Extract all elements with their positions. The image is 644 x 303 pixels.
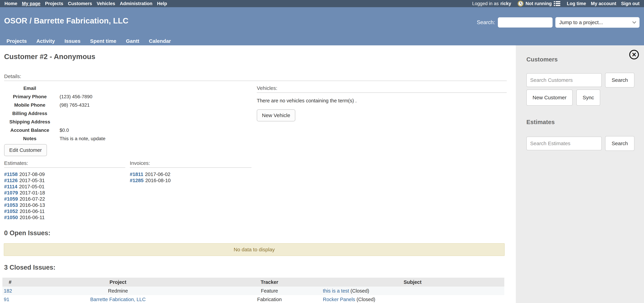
tab-activity[interactable]: Activity [36,38,55,44]
column-header-tracker: Tracker [218,278,321,286]
tab-spent-time[interactable]: Spent time [90,38,116,44]
my-account-link[interactable]: My account [591,1,616,6]
header-band: OSOR / Barrette Fabrication, LLC Search:… [0,7,644,45]
list-item: #10532016-06-13 [4,202,130,208]
chevron-down-icon [632,20,636,24]
sidebar: × Customers Search New Customer Sync Est… [516,45,644,303]
menu-home[interactable]: Home [4,1,17,6]
project-jump-select[interactable]: Jump to a project... [555,17,640,28]
new-customer-button[interactable]: New Customer [526,90,572,106]
menu-vehicles[interactable]: Vehicles [97,1,115,6]
issue-id-link[interactable]: 182 [4,288,12,294]
search-input[interactable] [498,17,552,28]
estimates-search-row: Search [526,136,634,151]
top-bar: Home My page Projects Customers Vehicles… [0,0,644,7]
column-header-subject: Subject [321,278,504,286]
list-item: #11142017-05-01 [4,184,130,190]
main-content: Customer #2 - Anonymous Details: Email P… [0,45,516,303]
estimate-link[interactable]: #1053 [4,202,18,208]
list-icon[interactable] [554,1,560,6]
menu-my-page[interactable]: My page [22,1,40,6]
vehicles-block: Vehicles: There are no vehicles containi… [257,85,507,121]
menu-projects[interactable]: Projects [45,1,63,6]
sidebar-customers-heading: Customers [526,56,558,63]
estimate-link[interactable]: #1059 [4,196,18,202]
estimates-search-input[interactable] [526,136,602,150]
project-jump-value: Jump to a project... [559,20,603,25]
field-value-notes: This is a note, update [56,134,516,143]
menu-customers[interactable]: Customers [68,1,92,6]
invoice-link[interactable]: #1285 [130,178,144,183]
estimate-date: 2016-06-13 [20,202,45,208]
timer-group: Not running [518,1,560,6]
list-item: #10592016-07-22 [4,196,130,202]
table-header-row: # Project Tracker Subject [2,278,504,286]
timer-status: Not running [526,1,552,6]
table-row: 91 Barrette Fabrication, LLC Fabrication… [2,295,504,303]
vehicles-divider [257,92,507,93]
estimate-date: 2016-07-22 [20,196,45,202]
close-icon[interactable]: × [629,50,639,60]
estimates-search-button[interactable]: Search [605,136,634,151]
estimate-link[interactable]: #1126 [4,178,18,183]
estimates-list: #11582017-08-09 #11262017-05-31 #1114201… [4,171,130,220]
estimate-link[interactable]: #1052 [4,208,18,214]
list-item: #18112017-06-02 [130,171,253,177]
logged-in-prefix: Logged in as [472,1,499,6]
estimate-date: 2017-05-01 [19,184,44,189]
estimate-link[interactable]: #1050 [4,215,18,220]
estimates-invoices-row: Estimates: #11582017-08-09 #11262017-05-… [4,160,516,220]
field-label-email: Email [4,84,56,92]
customers-search-input[interactable] [526,73,602,87]
tab-issues[interactable]: Issues [64,38,80,44]
estimate-link[interactable]: #1079 [4,190,18,196]
issue-subject-link[interactable]: Rocker Panels [323,297,355,302]
estimate-date: 2017-01-18 [20,190,45,196]
search-label: Search: [477,19,495,26]
menu-help[interactable]: Help [157,1,167,6]
details-divider [4,81,507,81]
details-section-label: Details: [4,74,516,79]
list-item: #10522016-06-11 [4,208,130,214]
clock-icon[interactable] [518,1,524,6]
sync-button[interactable]: Sync [576,90,600,106]
log-time-link[interactable]: Log time [567,1,586,6]
list-item: #11582017-08-09 [4,171,130,177]
invoice-link[interactable]: #1811 [130,172,143,177]
tab-projects[interactable]: Projects [6,38,27,44]
estimates-divider [4,168,125,168]
tab-gantt[interactable]: Gantt [126,38,139,44]
field-label-notes: Notes [4,134,56,143]
customers-search-row: Search [526,73,634,88]
estimate-link[interactable]: #1158 [4,172,18,177]
list-item: #12852016-08-10 [130,177,253,184]
customers-search-button[interactable]: Search [605,73,634,88]
sidebar-estimates-heading: Estimates [526,119,555,126]
tab-calendar[interactable]: Calendar [149,38,171,44]
issue-status: (Closed) [350,288,369,294]
estimates-section-label: Estimates: [4,160,130,166]
project-tabs: Projects Activity Issues Spent time Gant… [6,38,171,44]
page-title: Customer #2 - Anonymous [4,52,516,61]
field-label-billing-address: Billing Address [4,109,56,118]
logged-in-status: Logged in as ricky [472,1,511,6]
field-label-mobile-phone: Mobile Phone [4,101,56,109]
top-right-area: Logged in as ricky Not running Log time … [472,1,640,6]
edit-customer-button[interactable]: Edit Customer [4,144,47,156]
menu-administration[interactable]: Administration [120,1,152,6]
estimate-link[interactable]: #1114 [4,184,17,189]
list-item: #11262017-05-31 [4,177,130,184]
top-menu: Home My page Projects Customers Vehicles… [4,1,167,6]
issue-subject-link[interactable]: this is a test [323,288,349,294]
new-vehicle-button[interactable]: New Vehicle [257,110,295,121]
invoice-date: 2017-06-02 [145,172,170,177]
issue-project: Redmine [108,288,128,294]
issue-project-link[interactable]: Barrette Fabrication, LLC [90,297,146,302]
closed-issues-heading: 3 Closed Issues: [4,264,516,271]
page-header-title: OSOR / Barrette Fabrication, LLC [4,16,128,25]
issue-id-link[interactable]: 91 [4,297,9,302]
invoices-divider [130,168,252,168]
sign-out-link[interactable]: Sign out [621,1,640,6]
closed-issues-table: # Project Tracker Subject 182 Redmine Fe… [2,278,504,303]
open-issues-heading: 0 Open Issues: [4,230,516,237]
